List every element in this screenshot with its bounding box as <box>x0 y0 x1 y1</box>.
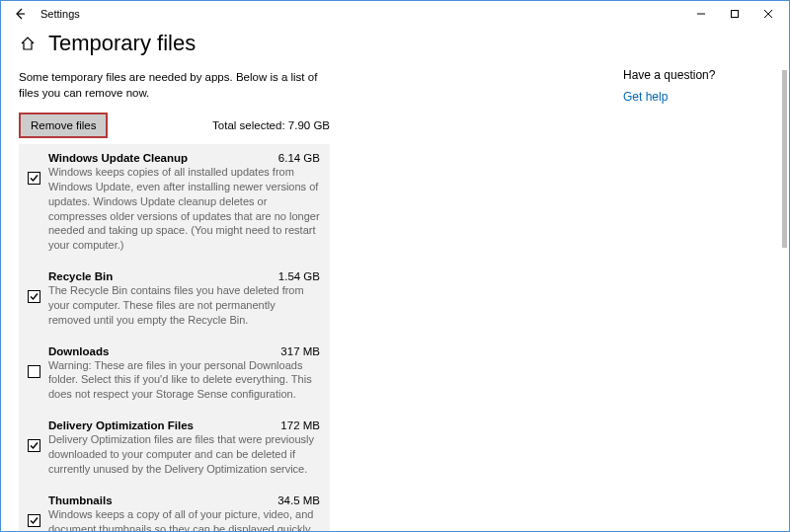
home-icon <box>20 36 36 51</box>
item-description: Windows keeps copies of all installed up… <box>48 165 320 253</box>
checkbox-downloads[interactable] <box>28 365 40 378</box>
close-icon <box>763 9 773 19</box>
item-title: Thumbnails <box>48 494 113 506</box>
list-item: Downloads 317 MB Warning: These are file… <box>19 338 330 413</box>
back-button[interactable] <box>9 3 31 25</box>
list-item: Windows Update Cleanup 6.14 GB Windows k… <box>19 144 330 263</box>
checkbox-windows-update-cleanup[interactable] <box>28 172 40 185</box>
remove-files-button[interactable]: Remove files <box>19 113 108 138</box>
item-description: The Recycle Bin contains files you have … <box>48 283 320 328</box>
checkbox-thumbnails[interactable] <box>28 514 40 527</box>
item-description: Delivery Optimization files are files th… <box>48 432 320 477</box>
item-title: Windows Update Cleanup <box>48 152 188 164</box>
item-title: Recycle Bin <box>48 270 113 282</box>
item-title: Downloads <box>48 345 109 357</box>
svg-rect-0 <box>732 11 739 18</box>
check-icon <box>29 291 40 302</box>
item-description: Windows keeps a copy of all of your pict… <box>48 507 320 532</box>
main-content: Some temporary files are needed by apps.… <box>19 70 335 529</box>
checkbox-delivery-optimization[interactable] <box>28 439 40 452</box>
total-selected-label: Total selected: 7.90 GB <box>212 119 330 131</box>
arrow-left-icon <box>13 7 27 21</box>
item-size: 6.14 GB <box>278 152 320 164</box>
item-size: 1.54 GB <box>278 270 320 282</box>
list-item: Recycle Bin 1.54 GB The Recycle Bin cont… <box>19 263 330 338</box>
intro-text: Some temporary files are needed by apps.… <box>19 70 335 101</box>
item-size: 172 MB <box>280 419 320 431</box>
app-title: Settings <box>40 8 80 20</box>
list-item: Thumbnails 34.5 MB Windows keeps a copy … <box>19 487 330 532</box>
maximize-button[interactable] <box>718 2 751 26</box>
check-icon <box>29 440 40 451</box>
check-icon <box>29 515 40 526</box>
list-item: Delivery Optimization Files 172 MB Deliv… <box>19 412 330 487</box>
help-sidebar: Have a question? Get help <box>623 68 761 104</box>
item-description: Warning: These are files in your persona… <box>48 358 320 403</box>
sidebar-heading: Have a question? <box>623 68 761 82</box>
home-button[interactable] <box>19 35 37 52</box>
scrollbar-thumb[interactable] <box>782 70 787 248</box>
item-size: 317 MB <box>280 345 320 357</box>
scrollbar[interactable] <box>775 70 789 531</box>
check-icon <box>29 173 40 184</box>
page-header: Temporary files <box>1 27 789 68</box>
minimize-icon <box>696 9 706 19</box>
checkbox-recycle-bin[interactable] <box>28 290 40 303</box>
close-button[interactable] <box>751 2 785 26</box>
item-size: 34.5 MB <box>277 494 320 506</box>
item-title: Delivery Optimization Files <box>48 419 194 431</box>
page-title: Temporary files <box>48 31 196 56</box>
title-bar: Settings <box>1 1 789 27</box>
maximize-icon <box>730 9 740 19</box>
get-help-link[interactable]: Get help <box>623 90 761 104</box>
minimize-button[interactable] <box>684 2 718 26</box>
file-list: Windows Update Cleanup 6.14 GB Windows k… <box>19 144 330 532</box>
